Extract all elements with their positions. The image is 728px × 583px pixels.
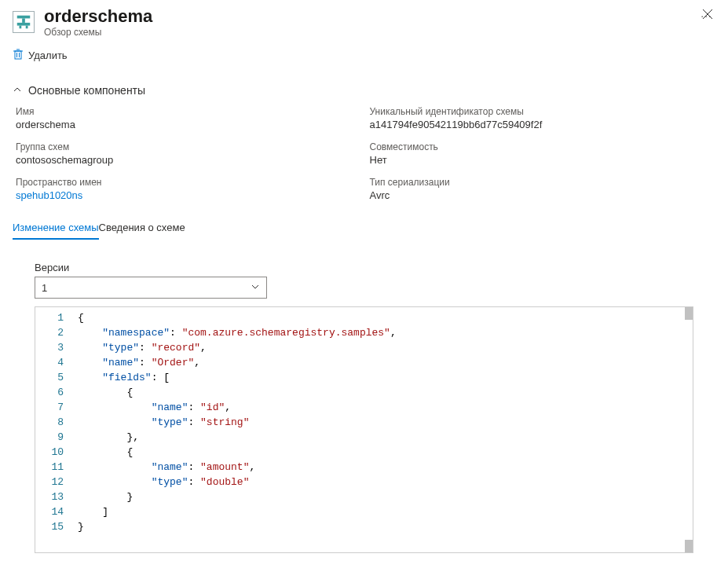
prop-label: Пространство имен	[16, 177, 362, 188]
line-number: 2	[38, 325, 64, 340]
page-subtitle: Обзор схемы	[44, 27, 688, 38]
code-line[interactable]: {	[78, 310, 688, 325]
prop-label: Имя	[16, 106, 362, 117]
delete-label: Удалить	[28, 50, 68, 61]
line-number: 7	[38, 400, 64, 415]
line-number: 1	[38, 310, 64, 325]
close-button[interactable]	[700, 6, 715, 22]
code-line[interactable]: "fields": [	[78, 370, 688, 385]
line-number: 8	[38, 415, 64, 430]
line-number: 9	[38, 430, 64, 445]
svg-rect-1	[22, 18, 25, 23]
tab-сведения-о-схеме[interactable]: Сведения о схеме	[99, 217, 185, 240]
line-number: 4	[38, 355, 64, 370]
line-number: 14	[38, 504, 64, 519]
line-number: 12	[38, 475, 64, 490]
line-number: 3	[38, 340, 64, 355]
code-line[interactable]: }	[78, 519, 688, 534]
prop-value: orderschema	[16, 119, 362, 130]
code-line[interactable]: "type": "double"	[78, 475, 688, 490]
chevron-up-icon	[13, 84, 22, 97]
svg-rect-3	[20, 26, 22, 29]
line-number: 13	[38, 490, 64, 504]
code-line[interactable]: "type": "string"	[78, 415, 688, 430]
prop-value: contososchemagroup	[16, 154, 362, 166]
prop-value[interactable]: spehub1020ns	[16, 189, 362, 201]
code-line[interactable]: "name": "amount",	[78, 460, 688, 475]
prop-value: a141794fe90542119bb6d77c59409f2f	[370, 119, 716, 130]
scrollbar-thumb[interactable]	[685, 540, 693, 552]
scrollbar-thumb[interactable]	[685, 307, 693, 320]
prop-label: Совместимость	[370, 141, 716, 152]
prop-value: Нет	[370, 154, 716, 166]
page-title: orderschema	[44, 6, 688, 27]
line-number: 6	[38, 385, 64, 400]
essentials-label: Основные компоненты	[28, 84, 145, 97]
code-line[interactable]: {	[78, 385, 688, 400]
schema-icon	[13, 11, 35, 33]
prop-label: Тип сериализации	[370, 177, 716, 188]
svg-rect-0	[17, 16, 31, 19]
versions-label: Версии	[35, 262, 267, 273]
prop-value: Avrc	[370, 189, 716, 201]
essentials-toggle[interactable]: Основные компоненты	[13, 84, 715, 97]
delete-button[interactable]: Удалить	[13, 49, 715, 62]
line-number: 11	[38, 460, 64, 475]
tab-изменение-схемы[interactable]: Изменение схемы	[13, 217, 99, 240]
trash-icon	[13, 49, 24, 62]
schema-code-editor[interactable]: 123456789101112131415 { "namespace": "co…	[35, 306, 693, 553]
code-line[interactable]: },	[78, 430, 688, 445]
line-number: 15	[38, 519, 64, 534]
code-line[interactable]: "namespace": "com.azure.schemaregistry.s…	[78, 325, 688, 340]
version-selected: 1	[42, 282, 47, 294]
chevron-down-icon	[251, 282, 260, 294]
svg-rect-4	[26, 26, 28, 29]
prop-label: Группа схем	[16, 141, 362, 152]
code-line[interactable]: "type": "record",	[78, 340, 688, 355]
code-line[interactable]: {	[78, 445, 688, 460]
prop-label: Уникальный идентификатор схемы	[370, 106, 716, 117]
code-line[interactable]: "name": "id",	[78, 400, 688, 415]
version-select[interactable]: 1	[35, 277, 267, 299]
code-line[interactable]: ]	[78, 504, 688, 519]
svg-rect-7	[15, 51, 21, 59]
svg-rect-2	[17, 23, 31, 26]
line-number: 5	[38, 370, 64, 385]
line-number: 10	[38, 445, 64, 460]
code-line[interactable]: }	[78, 490, 688, 504]
code-line[interactable]: "name": "Order",	[78, 355, 688, 370]
